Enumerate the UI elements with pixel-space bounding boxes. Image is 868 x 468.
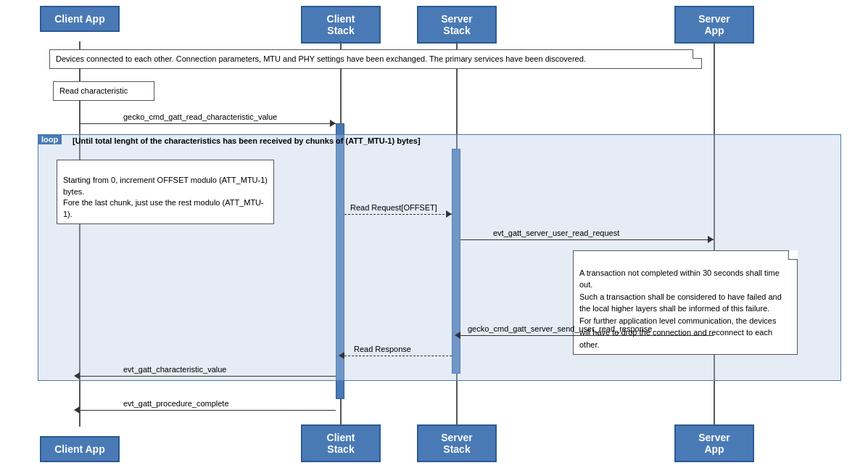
arrow-read-request [344, 214, 452, 215]
arrowhead-gecko-cmd-send-read-response [455, 332, 460, 339]
server-app-note: A transaction not completed within 30 se… [573, 250, 798, 355]
arrow-label-evt-user-read-request: evt_gatt_server_user_read_request [493, 229, 619, 237]
arrowhead-read-request [446, 210, 452, 218]
arrow-label-read-request: Read Request[OFFSET] [350, 203, 437, 212]
arrow-label-read-response: Read Response [354, 345, 411, 353]
arrow-gecko-cmd-send-read-response [460, 335, 714, 336]
top-note: Devices connected to each other. Connect… [49, 49, 702, 69]
read-characteristic-box: Read characteristic [53, 81, 154, 101]
client-stack-top: Client Stack [301, 6, 381, 44]
arrow-read-response [344, 356, 452, 356]
arrow-evt-procedure-complete [80, 410, 336, 411]
server-app-top: Server App [674, 6, 754, 44]
loop-note: Starting from 0, increment OFFSET modulo… [57, 160, 274, 224]
arrow-gecko-cmd-gatt-read [80, 123, 336, 124]
client-app-bottom: Client App [40, 436, 120, 462]
loop-label: loop [38, 134, 62, 144]
server-stack-bottom: Server Stack [417, 424, 497, 462]
arrow-label-gecko-cmd-send-read-response: gecko_cmd_gatt_server_send_user_read_res… [468, 324, 652, 333]
arrowhead-gecko-cmd-gatt-read [330, 120, 336, 127]
sequence-diagram: Client App Client Stack Server Stack Ser… [0, 0, 868, 468]
arrowhead-evt-procedure-complete [74, 406, 80, 414]
server-stack-top: Server Stack [417, 6, 497, 44]
arrow-evt-char-value [80, 376, 336, 377]
arrow-evt-user-read-request [460, 239, 714, 240]
loop-condition: [Until total lenght of the characteristi… [73, 136, 421, 145]
arrowhead-evt-char-value [74, 372, 80, 379]
client-app-top: Client App [40, 6, 120, 32]
arrow-label-gecko-cmd-gatt-read: gecko_cmd_gatt_read_characteristic_value [123, 112, 277, 121]
arrowhead-evt-user-read-request [708, 236, 714, 243]
arrow-label-evt-char-value: evt_gatt_characteristic_value [123, 365, 226, 374]
server-app-bottom: Server App [674, 424, 754, 462]
arrowhead-read-response [339, 352, 344, 359]
client-stack-bottom: Client Stack [301, 424, 381, 462]
arrow-label-evt-procedure-complete: evt_gatt_procedure_complete [123, 399, 229, 408]
